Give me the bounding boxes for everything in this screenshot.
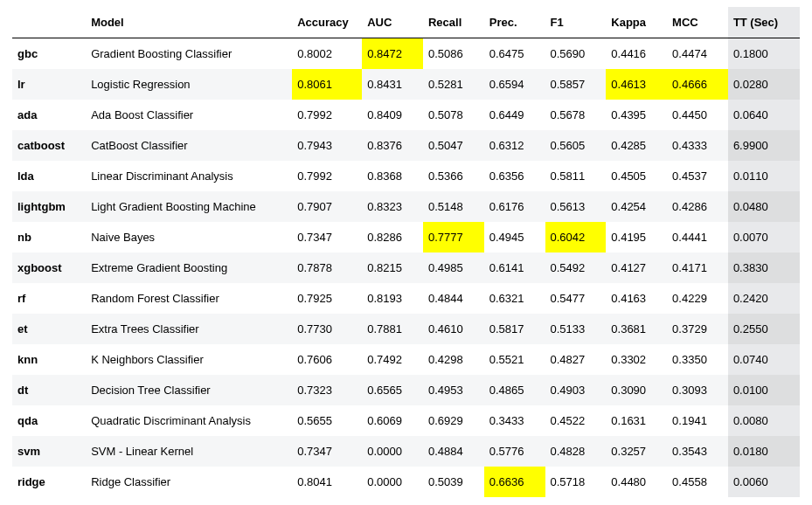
cell-accuracy: 0.8002 (292, 38, 362, 70)
cell-kappa: 0.4480 (606, 467, 667, 497)
cell-model: Random Forest Classifier (86, 283, 292, 314)
cell-prec: 0.4945 (484, 222, 545, 252)
cell-f1: 0.5678 (545, 100, 607, 130)
table-row: dtDecision Tree Classifier0.73230.65650.… (12, 375, 800, 405)
cell-auc: 0.8286 (362, 222, 423, 252)
cell-code: catboost (12, 130, 86, 161)
cell-tt: 0.0640 (728, 100, 800, 130)
table-row: svmSVM - Linear Kernel0.73470.00000.4884… (12, 436, 800, 467)
cell-tt: 0.0100 (728, 375, 800, 405)
cell-accuracy: 0.7323 (292, 375, 362, 405)
cell-recall: 0.6929 (423, 405, 484, 436)
cell-code: svm (12, 436, 86, 467)
cell-recall: 0.5047 (423, 130, 484, 161)
cell-tt: 0.0110 (728, 161, 800, 191)
cell-prec: 0.6475 (484, 38, 545, 70)
cell-f1: 0.5477 (545, 283, 607, 314)
cell-tt: 0.0180 (728, 436, 800, 467)
cell-f1: 0.4827 (545, 344, 607, 375)
cell-f1: 0.4522 (545, 405, 607, 436)
th-accuracy: Accuracy (292, 7, 362, 38)
cell-prec: 0.5521 (484, 344, 545, 375)
cell-auc: 0.8193 (362, 283, 423, 314)
cell-prec: 0.6141 (484, 252, 545, 283)
cell-accuracy: 0.5655 (292, 405, 362, 436)
cell-mcc: 0.4286 (667, 191, 728, 222)
cell-code: lightgbm (12, 191, 86, 222)
th-model: Model (86, 7, 292, 38)
cell-kappa: 0.3681 (606, 314, 667, 344)
model-comparison-table: Model Accuracy AUC Recall Prec. F1 Kappa… (12, 7, 800, 497)
table-row: nbNaive Bayes0.73470.82860.77770.49450.6… (12, 222, 800, 252)
cell-code: et (12, 314, 86, 344)
cell-mcc: 0.4441 (667, 222, 728, 252)
cell-mcc: 0.4558 (667, 467, 728, 497)
table-row: qdaQuadratic Discriminant Analysis0.5655… (12, 405, 800, 436)
cell-code: ada (12, 100, 86, 130)
cell-recall: 0.5078 (423, 100, 484, 130)
cell-tt: 0.2420 (728, 283, 800, 314)
table-row: lrLogistic Regression0.80610.84310.52810… (12, 69, 800, 100)
cell-model: Linear Discriminant Analysis (86, 161, 292, 191)
cell-f1: 0.5690 (545, 38, 607, 70)
cell-kappa: 0.3090 (606, 375, 667, 405)
cell-mcc: 0.4474 (667, 38, 728, 70)
cell-code: rf (12, 283, 86, 314)
cell-code: qda (12, 405, 86, 436)
cell-model: Light Gradient Boosting Machine (86, 191, 292, 222)
cell-f1: 0.5133 (545, 314, 607, 344)
table-row: xgboostExtreme Gradient Boosting0.78780.… (12, 252, 800, 283)
th-auc: AUC (362, 7, 423, 38)
cell-kappa: 0.3257 (606, 436, 667, 467)
cell-code: xgboost (12, 252, 86, 283)
cell-model: SVM - Linear Kernel (86, 436, 292, 467)
th-kappa: Kappa (606, 7, 667, 38)
cell-prec: 0.6312 (484, 130, 545, 161)
cell-auc: 0.6565 (362, 375, 423, 405)
cell-code: dt (12, 375, 86, 405)
cell-f1: 0.5857 (545, 69, 607, 100)
table-row: etExtra Trees Classifier0.77300.78810.46… (12, 314, 800, 344)
cell-auc: 0.8376 (362, 130, 423, 161)
cell-kappa: 0.3302 (606, 344, 667, 375)
cell-kappa: 0.4416 (606, 38, 667, 70)
cell-f1: 0.5605 (545, 130, 607, 161)
cell-kappa: 0.4613 (606, 69, 667, 100)
cell-f1: 0.5492 (545, 252, 607, 283)
th-mcc: MCC (667, 7, 728, 38)
cell-f1: 0.4828 (545, 436, 607, 467)
cell-f1: 0.5613 (545, 191, 607, 222)
cell-kappa: 0.4505 (606, 161, 667, 191)
table-row: adaAda Boost Classifier0.79920.84090.507… (12, 100, 800, 130)
cell-recall: 0.4298 (423, 344, 484, 375)
th-f1: F1 (545, 7, 607, 38)
cell-mcc: 0.4666 (667, 69, 728, 100)
table-row: lightgbmLight Gradient Boosting Machine0… (12, 191, 800, 222)
cell-prec: 0.6449 (484, 100, 545, 130)
cell-model: Quadratic Discriminant Analysis (86, 405, 292, 436)
cell-kappa: 0.4395 (606, 100, 667, 130)
cell-prec: 0.6176 (484, 191, 545, 222)
cell-code: nb (12, 222, 86, 252)
cell-code: gbc (12, 38, 86, 70)
cell-f1: 0.5811 (545, 161, 607, 191)
cell-tt: 0.2550 (728, 314, 800, 344)
th-tt: TT (Sec) (728, 7, 800, 38)
cell-prec: 0.6356 (484, 161, 545, 191)
cell-prec: 0.6321 (484, 283, 545, 314)
cell-mcc: 0.4333 (667, 130, 728, 161)
table-row: ldaLinear Discriminant Analysis0.79920.8… (12, 161, 800, 191)
cell-mcc: 0.3543 (667, 436, 728, 467)
cell-accuracy: 0.8041 (292, 467, 362, 497)
header-row: Model Accuracy AUC Recall Prec. F1 Kappa… (12, 7, 800, 38)
cell-tt: 0.3830 (728, 252, 800, 283)
cell-model: Decision Tree Classifier (86, 375, 292, 405)
cell-kappa: 0.4195 (606, 222, 667, 252)
cell-prec: 0.5817 (484, 314, 545, 344)
cell-mcc: 0.4229 (667, 283, 728, 314)
cell-kappa: 0.1631 (606, 405, 667, 436)
cell-model: Ada Boost Classifier (86, 100, 292, 130)
table-row: ridgeRidge Classifier0.80410.00000.50390… (12, 467, 800, 497)
cell-accuracy: 0.7943 (292, 130, 362, 161)
cell-recall: 0.5366 (423, 161, 484, 191)
